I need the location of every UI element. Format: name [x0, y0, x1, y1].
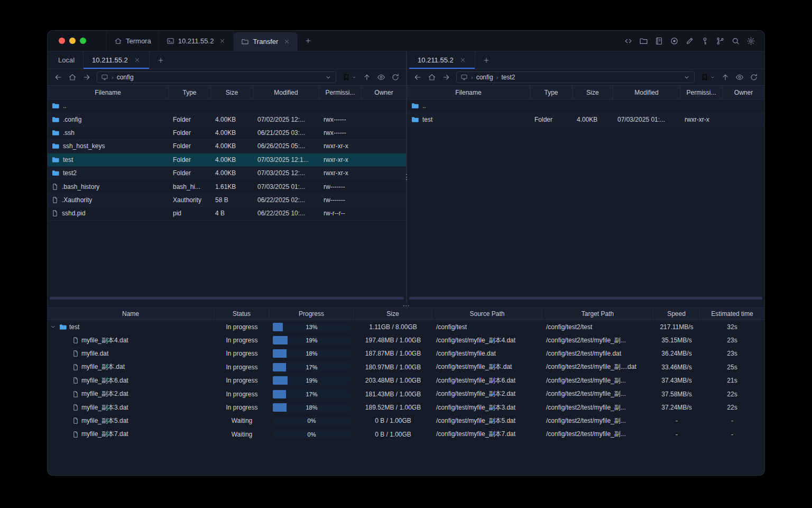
home-button[interactable] — [428, 73, 436, 81]
close-tab-icon[interactable] — [219, 38, 226, 44]
table-row[interactable]: .bash_history bash_hi... 1.61KB 07/03/20… — [48, 180, 406, 193]
table-row[interactable]: test Folder 4.00KB 07/03/2025 01:... rwx… — [407, 113, 764, 126]
branch-icon-button[interactable] — [716, 37, 725, 46]
table-row[interactable]: sshd.pid pid 4 B 06/22/2025 10:... rw-r-… — [48, 207, 406, 220]
path-combobox[interactable]: config — [97, 71, 336, 83]
back-button[interactable] — [413, 73, 422, 81]
transfer-row[interactable]: myfile_副本7.dat Waiting 0% 0 B / 1.00GB /… — [48, 428, 764, 441]
add-panel-tab-button[interactable] — [150, 51, 172, 69]
transfer-row[interactable]: myfile_副本5.dat Waiting 0% 0 B / 1.00GB /… — [48, 414, 764, 428]
record-icon-button[interactable] — [670, 37, 679, 46]
column-header[interactable]: Modified — [253, 86, 319, 99]
transfer-name: myfile_副本7.dat — [81, 430, 128, 439]
close-tab-icon[interactable] — [459, 57, 466, 64]
go-up-button[interactable] — [721, 73, 730, 81]
column-header[interactable]: Permissi... — [319, 86, 362, 99]
table-row[interactable]: .ssh Folder 4.00KB 06/21/2025 03:... rwx… — [48, 126, 406, 140]
show-hidden-button[interactable] — [377, 73, 385, 81]
tab-host-terminal[interactable]: 10.211.55.2 — [159, 31, 234, 51]
tab-label: Transfer — [253, 38, 278, 46]
notebook-icon-button[interactable] — [654, 37, 663, 46]
forward-button[interactable] — [82, 73, 91, 81]
column-header[interactable]: Status — [214, 308, 270, 320]
file-modified: 06/26/2025 05:... — [253, 142, 319, 150]
horizontal-scrollbar[interactable] — [409, 297, 762, 300]
column-header[interactable]: Estimated time — [700, 308, 764, 320]
transfer-row[interactable]: myfile_副本4.dat In progress 19% 197.48MB … — [48, 333, 764, 347]
table-row[interactable]: .Xauthority Xauthority 58 B 06/22/2025 0… — [48, 194, 406, 207]
column-header[interactable]: Modified — [613, 86, 680, 99]
tab-remote-host[interactable]: 10.211.55.2 — [409, 51, 475, 69]
column-header[interactable]: Size — [354, 308, 432, 320]
table-row[interactable]: .. — [407, 99, 764, 113]
transfer-row[interactable]: myfile_副本2.dat In progress 17% 181.43MB … — [48, 387, 764, 401]
column-header[interactable]: Permissi... — [680, 86, 723, 99]
splitter-handle-icon — [403, 302, 410, 309]
column-header[interactable]: Name — [48, 308, 214, 320]
transfer-size: 0 B / 1.00GB — [354, 417, 432, 424]
bookmark-button[interactable] — [342, 73, 357, 81]
column-header[interactable]: Type — [169, 86, 211, 99]
close-tab-icon[interactable] — [134, 57, 141, 64]
table-row[interactable]: ssh_host_keys Folder 4.00KB 06/26/2025 0… — [48, 140, 406, 153]
path-dropdown-button[interactable] — [325, 74, 332, 81]
folder-icon — [51, 156, 60, 164]
close-tab-icon[interactable] — [283, 38, 290, 45]
new-window-tab-button[interactable] — [298, 31, 319, 51]
column-header[interactable]: Filename — [48, 86, 169, 99]
bookmark-button[interactable] — [700, 73, 715, 81]
file-type: Folder — [530, 116, 573, 123]
table-row[interactable]: test Folder 4.00KB 07/03/2025 12:1... rw… — [48, 153, 406, 167]
target-path: /config/test2/test — [542, 323, 653, 331]
column-header[interactable]: Owner — [362, 86, 406, 99]
up-icon — [721, 73, 730, 81]
code-icon-button[interactable] — [624, 37, 633, 46]
show-hidden-button[interactable] — [735, 73, 744, 81]
back-button[interactable] — [54, 73, 62, 81]
key-icon-button[interactable] — [700, 37, 709, 46]
tab-local[interactable]: Local — [50, 51, 84, 69]
settings-icon-button[interactable] — [746, 37, 755, 46]
transfer-row[interactable]: myfile_副本.dat In progress 17% 180.97MB /… — [48, 360, 764, 374]
column-header[interactable]: Progress — [270, 308, 354, 320]
tab-termora[interactable]: Termora — [106, 31, 159, 51]
refresh-button[interactable] — [391, 73, 400, 81]
go-up-button[interactable] — [363, 73, 371, 81]
transfer-row[interactable]: myfile.dat In progress 18% 187.87MB / 1.… — [48, 347, 764, 360]
minimize-window-button[interactable] — [69, 38, 76, 44]
zoom-window-button[interactable] — [80, 38, 86, 44]
expand-chevron-icon[interactable] — [50, 323, 57, 330]
file-permissions: rw------- — [319, 183, 362, 190]
column-header[interactable]: Speed — [653, 308, 700, 320]
progress-bar: 19% — [273, 336, 350, 344]
table-row[interactable]: test2 Folder 4.00KB 07/03/2025 12:... rw… — [48, 167, 406, 180]
transfer-splitter[interactable] — [48, 303, 764, 307]
column-header[interactable]: Size — [573, 86, 613, 99]
column-header[interactable]: Source Path — [432, 308, 542, 320]
transfer-row[interactable]: myfile_副本3.dat In progress 18% 189.52MB … — [48, 401, 764, 414]
folder-icon-button[interactable] — [639, 37, 648, 46]
edit-icon-button[interactable] — [685, 37, 694, 46]
column-header[interactable]: Target Path — [542, 308, 653, 320]
home-button[interactable] — [68, 73, 77, 81]
forward-button[interactable] — [442, 73, 450, 81]
tab-remote-host[interactable]: 10.211.55.2 — [84, 51, 150, 69]
transfer-row[interactable]: test In progress 13% 1.11GB / 8.00GB /co… — [48, 320, 764, 333]
column-header[interactable]: Filename — [407, 86, 530, 99]
column-header[interactable]: Type — [530, 86, 573, 99]
path-combobox[interactable]: config test2 — [456, 71, 695, 83]
add-panel-tab-button[interactable] — [475, 51, 497, 69]
horizontal-scrollbar[interactable] — [50, 297, 404, 300]
table-row[interactable]: .config Folder 4.00KB 07/02/2025 12:... … — [48, 113, 406, 126]
tab-transfer[interactable]: Transfer — [234, 32, 298, 51]
column-header[interactable]: Size — [211, 86, 253, 99]
refresh-icon — [391, 73, 400, 81]
transfer-row[interactable]: myfile_副本6.dat In progress 19% 203.48MB … — [48, 374, 764, 387]
column-header[interactable]: Owner — [723, 86, 764, 99]
close-window-button[interactable] — [59, 38, 65, 44]
refresh-button[interactable] — [750, 73, 758, 81]
transfer-speed: 33.46MB/s — [653, 364, 700, 371]
search-icon-button[interactable] — [731, 37, 740, 46]
path-dropdown-button[interactable] — [683, 74, 690, 81]
table-row[interactable]: .. — [48, 99, 406, 113]
